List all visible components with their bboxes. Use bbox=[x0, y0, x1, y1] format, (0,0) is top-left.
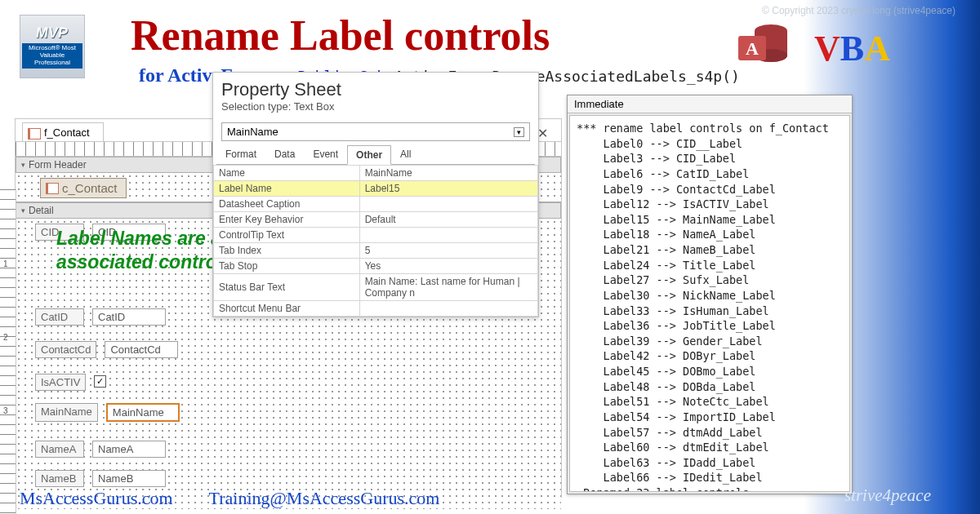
property-tab-event[interactable]: Event bbox=[304, 144, 347, 164]
access-icon: A bbox=[735, 18, 791, 73]
property-row[interactable]: Enter Key BehaviorDefault bbox=[214, 212, 538, 228]
label-control[interactable]: ContactCd bbox=[35, 341, 96, 358]
vba-a: A bbox=[864, 29, 890, 69]
control-row: IsACTIV✓ bbox=[35, 374, 106, 391]
textbox-control[interactable]: MainName bbox=[106, 403, 180, 422]
mvp-text: MVP bbox=[35, 24, 69, 42]
control-row: ContactCdContactCd bbox=[35, 341, 178, 358]
property-name: Shortcut Menu Bar bbox=[214, 301, 360, 317]
object-selector[interactable]: MainName ▾ bbox=[221, 122, 530, 141]
property-sheet-title: Property Sheet bbox=[213, 73, 538, 100]
property-name: Datasheet Caption bbox=[214, 197, 360, 212]
selection-type: Selection type: Text Box bbox=[213, 100, 538, 119]
property-tab-format[interactable]: Format bbox=[216, 144, 265, 164]
property-row[interactable]: Tab Index5 bbox=[214, 243, 538, 259]
property-row[interactable]: NameMainName bbox=[214, 166, 538, 181]
property-row[interactable]: Status Bar TextMain Name: Last name for … bbox=[214, 274, 538, 301]
vba-b: B bbox=[840, 29, 864, 69]
property-table: NameMainNameLabel NameLabel15Datasheet C… bbox=[213, 165, 538, 317]
property-tab-data[interactable]: Data bbox=[265, 144, 304, 164]
textbox-control[interactable]: NameB bbox=[92, 470, 166, 487]
footer-links: MsAccessGurus.com Training@MsAccessGurus… bbox=[20, 488, 439, 509]
mvp-badge: MVP Microsoft® Most Valuable Professiona… bbox=[20, 15, 85, 78]
property-tabs: FormatDataEventOtherAll bbox=[216, 144, 535, 165]
property-row[interactable]: Datasheet Caption bbox=[214, 197, 538, 212]
property-value[interactable]: Label15 bbox=[359, 181, 537, 197]
property-name: ControlTip Text bbox=[214, 228, 360, 243]
object-selector-value: MainName bbox=[227, 126, 278, 138]
property-row[interactable]: Tab StopYes bbox=[214, 259, 538, 274]
property-value[interactable] bbox=[359, 301, 537, 317]
property-row[interactable]: Shortcut Menu Bar bbox=[214, 301, 538, 317]
property-value[interactable]: Default bbox=[359, 212, 537, 228]
property-name: Enter Key Behavior bbox=[214, 212, 360, 228]
control-row: MainNameMainName bbox=[35, 403, 180, 422]
svg-text:A: A bbox=[746, 38, 759, 59]
mvp-subtitle: Microsoft® Most Valuable Professional bbox=[22, 43, 82, 68]
property-row[interactable]: Label NameLabel15 bbox=[214, 181, 538, 197]
textbox-control[interactable]: CatID bbox=[92, 308, 166, 326]
label-control[interactable]: CatID bbox=[35, 308, 84, 326]
property-value[interactable] bbox=[359, 228, 537, 243]
detail-section-label: Detail bbox=[29, 205, 54, 216]
textbox-control[interactable]: ContactCd bbox=[105, 341, 178, 358]
vertical-ruler: 123 bbox=[0, 189, 16, 514]
checkbox-control[interactable]: ✓ bbox=[94, 375, 106, 388]
control-row: NameANameA bbox=[35, 441, 166, 458]
label-control[interactable]: NameA bbox=[35, 441, 84, 458]
property-row[interactable]: ControlTip Text bbox=[214, 228, 538, 243]
property-name: Status Bar Text bbox=[214, 274, 360, 301]
label-control[interactable]: MainName bbox=[35, 403, 98, 422]
copyright-text: © Copyright 2023 crystal long (strive4pe… bbox=[762, 5, 956, 16]
property-value[interactable]: Yes bbox=[359, 259, 537, 274]
dropdown-icon[interactable]: ▾ bbox=[514, 127, 524, 137]
property-tab-all[interactable]: All bbox=[391, 144, 420, 164]
immediate-body[interactable]: *** rename label controls on f_Contact L… bbox=[569, 115, 850, 492]
label-control[interactable]: IsACTIV bbox=[35, 374, 86, 391]
property-value[interactable]: 5 bbox=[359, 243, 537, 259]
property-name: Tab Index bbox=[214, 243, 360, 259]
site-link[interactable]: MsAccessGurus.com bbox=[20, 488, 173, 509]
immediate-window: Immediate *** rename label controls on f… bbox=[567, 95, 853, 494]
property-value[interactable] bbox=[359, 197, 537, 212]
page-title: Rename Label controls bbox=[131, 11, 550, 60]
immediate-title: Immediate bbox=[568, 95, 852, 113]
textbox-control[interactable]: NameA bbox=[92, 441, 166, 458]
property-sheet: Property Sheet Selection type: Text Box … bbox=[212, 72, 539, 317]
form-header-label: Form Header bbox=[29, 159, 87, 171]
vba-v: V bbox=[814, 29, 840, 69]
email-link[interactable]: Training@MsAccessGurus.com bbox=[209, 488, 440, 509]
vba-logo: VBA bbox=[814, 28, 890, 69]
control-row: CatIDCatID bbox=[35, 308, 166, 326]
subform-control[interactable]: c_Contact bbox=[40, 178, 127, 198]
brand-signature: strive4peace bbox=[844, 485, 931, 506]
property-tab-other[interactable]: Other bbox=[347, 145, 391, 165]
property-value[interactable]: Main Name: Last name for Human | Company… bbox=[359, 274, 537, 301]
property-name: Tab Stop bbox=[214, 259, 360, 274]
property-name: Name bbox=[214, 166, 360, 181]
label-control[interactable]: NameB bbox=[35, 470, 84, 487]
form-tab-f-contact[interactable]: f_Contact bbox=[22, 122, 104, 141]
property-value[interactable]: MainName bbox=[359, 166, 537, 181]
control-row: NameBNameB bbox=[35, 470, 166, 487]
property-name: Label Name bbox=[214, 181, 360, 197]
